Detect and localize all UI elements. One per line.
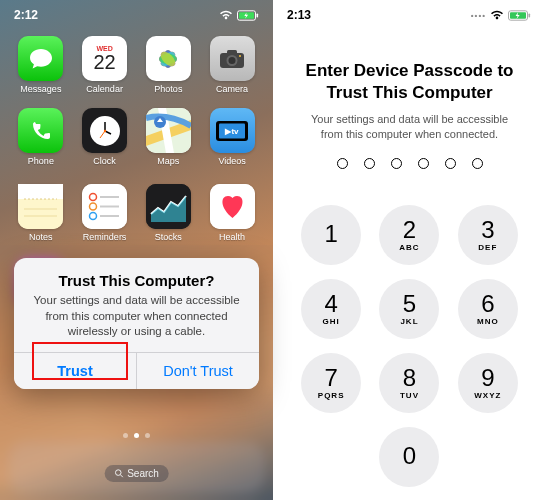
keypad-4[interactable]: 4GHI	[301, 279, 361, 339]
app-label: Videos	[218, 156, 245, 166]
svg-text:▶tv: ▶tv	[225, 127, 240, 136]
phone-icon	[18, 108, 63, 153]
stocks-icon	[146, 184, 191, 229]
clock-icon	[82, 108, 127, 153]
app-photos[interactable]: Photos	[142, 36, 196, 94]
status-time: 2:13	[287, 8, 311, 22]
videos-icon: ▶tv	[210, 108, 255, 153]
photos-icon	[146, 36, 191, 81]
app-label: Messages	[20, 84, 61, 94]
status-bar: 2:12	[0, 0, 273, 26]
app-label: Maps	[157, 156, 179, 166]
app-label: Notes	[29, 232, 53, 242]
search-icon	[114, 469, 123, 478]
wifi-icon	[219, 10, 233, 20]
spotlight-search[interactable]: Search	[104, 465, 169, 482]
app-camera[interactable]: Camera	[205, 36, 259, 94]
status-bar: 2:13 ••••	[273, 0, 546, 26]
svg-point-14	[229, 57, 236, 64]
app-stocks[interactable]: Stocks	[142, 184, 196, 242]
app-maps[interactable]: Maps	[142, 108, 196, 166]
keypad-spacer	[301, 427, 361, 487]
keypad-3[interactable]: 3DEF	[458, 205, 518, 265]
phone-home-screen: 2:12 Messages WED 22	[0, 0, 273, 500]
svg-point-20	[103, 129, 105, 131]
calendar-icon: WED 22	[82, 36, 127, 81]
keypad-spacer	[458, 427, 518, 487]
passcode-header: Enter Device Passcode to Trust This Comp…	[273, 26, 546, 183]
app-calendar[interactable]: WED 22 Calendar	[78, 36, 132, 94]
app-phone[interactable]: Phone	[14, 108, 68, 166]
keypad-0[interactable]: 0	[379, 427, 439, 487]
svg-point-41	[115, 470, 121, 476]
battery-charging-icon	[237, 10, 259, 21]
svg-rect-12	[227, 50, 237, 55]
alert-title: Trust This Computer?	[30, 272, 243, 289]
keypad-2[interactable]: 2ABC	[379, 205, 439, 265]
messages-icon	[18, 36, 63, 81]
status-right	[219, 10, 259, 21]
passcode-dot	[418, 158, 429, 169]
phone-passcode-screen: 2:13 •••• Enter Device Passcode to Trust…	[273, 0, 546, 500]
trust-computer-alert: Trust This Computer? Your settings and d…	[14, 258, 259, 389]
app-health[interactable]: Health	[205, 184, 259, 242]
passcode-dot	[337, 158, 348, 169]
app-label: Photos	[154, 84, 182, 94]
app-label: Phone	[28, 156, 54, 166]
passcode-dot	[391, 158, 402, 169]
search-label: Search	[127, 468, 159, 479]
wifi-icon	[490, 10, 504, 20]
app-label: Stocks	[155, 232, 182, 242]
svg-rect-2	[257, 13, 259, 17]
passcode-dot	[364, 158, 375, 169]
keypad-7[interactable]: 7PQRS	[301, 353, 361, 413]
passcode-dots	[299, 158, 520, 169]
trust-button[interactable]: Trust	[14, 353, 136, 389]
calendar-day: 22	[94, 52, 116, 72]
alert-message: Your settings and data will be accessibl…	[30, 293, 243, 340]
keypad-8[interactable]: 8TUV	[379, 353, 439, 413]
health-icon	[210, 184, 255, 229]
maps-icon	[146, 108, 191, 153]
svg-rect-27	[18, 184, 63, 199]
passcode-dot	[445, 158, 456, 169]
keypad-5[interactable]: 5JKL	[379, 279, 439, 339]
app-notes[interactable]: Notes	[14, 184, 68, 242]
notes-icon	[18, 184, 63, 229]
dont-trust-button[interactable]: Don't Trust	[136, 353, 259, 389]
page-indicator[interactable]	[0, 433, 273, 438]
status-time: 2:12	[14, 8, 38, 22]
app-label: Reminders	[83, 232, 127, 242]
reminders-icon	[82, 184, 127, 229]
app-messages[interactable]: Messages	[14, 36, 68, 94]
keypad-9[interactable]: 9WXYZ	[458, 353, 518, 413]
app-reminders[interactable]: Reminders	[78, 184, 132, 242]
app-label: Health	[219, 232, 245, 242]
app-label: Camera	[216, 84, 248, 94]
passcode-dot	[472, 158, 483, 169]
app-label: Calendar	[86, 84, 123, 94]
svg-rect-45	[529, 13, 531, 17]
app-clock[interactable]: Clock	[78, 108, 132, 166]
svg-line-42	[120, 475, 122, 477]
app-videos[interactable]: ▶tv Videos	[205, 108, 259, 166]
cellular-dots-icon: ••••	[471, 11, 486, 20]
status-right: ••••	[471, 10, 532, 21]
battery-charging-icon	[508, 10, 532, 21]
passcode-subtitle: Your settings and data will be accessibl…	[299, 112, 520, 142]
camera-icon	[210, 36, 255, 81]
app-label: Clock	[93, 156, 116, 166]
svg-point-15	[239, 55, 241, 57]
passcode-title: Enter Device Passcode to Trust This Comp…	[299, 60, 520, 104]
numeric-keypad: 1 2ABC 3DEF 4GHI 5JKL 6MNO 7PQRS 8TUV 9W…	[273, 183, 546, 487]
keypad-6[interactable]: 6MNO	[458, 279, 518, 339]
keypad-1[interactable]: 1	[301, 205, 361, 265]
